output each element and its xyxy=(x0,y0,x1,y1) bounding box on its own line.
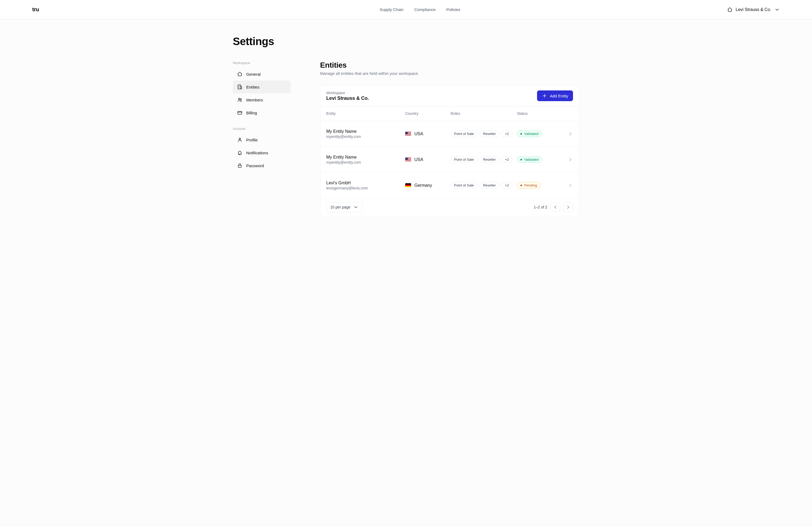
country-name: Germany xyxy=(414,183,432,188)
row-caret xyxy=(562,131,573,137)
table-row[interactable]: Levi's GmbHlevisgermany@levis.comGermany… xyxy=(320,172,579,198)
status-text: Validated xyxy=(524,132,538,136)
home-icon xyxy=(237,71,243,77)
building-icon xyxy=(237,84,243,90)
sidebar-item-profile[interactable]: Profile xyxy=(233,133,291,146)
top-nav: tru Supply Chain Compliance Policies Lev… xyxy=(0,0,812,19)
workspace-name: Levi Strauss & Co. xyxy=(326,95,369,101)
sidebar-item-general[interactable]: General xyxy=(233,67,291,80)
per-page-label: 10 per page xyxy=(330,205,350,209)
flag-icon xyxy=(405,157,411,162)
sidebar-item-label: Notifications xyxy=(246,151,268,155)
chevron-down-icon xyxy=(353,205,359,210)
roles-cell: Point of SaleReseller+2 xyxy=(451,182,514,189)
chevron-left-icon xyxy=(553,205,558,210)
sidebar-item-label: Entities xyxy=(246,85,259,89)
per-page-select[interactable]: 10 per page xyxy=(326,202,362,212)
lock-icon xyxy=(237,163,243,168)
home-icon xyxy=(727,7,733,12)
role-chip: Point of Sale xyxy=(451,156,477,163)
page-title: Settings xyxy=(233,35,579,47)
user-icon xyxy=(237,137,243,142)
pager: 1–2 of 2 xyxy=(534,202,573,212)
roles-cell: Point of SaleReseller+2 xyxy=(451,156,514,163)
entity-name: My Entity Name xyxy=(326,155,402,160)
entity-email: myentity@entity.com xyxy=(326,134,402,139)
flag-icon xyxy=(405,183,411,187)
side-section-workspace: Workspace xyxy=(233,61,291,65)
status-badge: Pending xyxy=(517,182,540,189)
status-text: Validated xyxy=(524,157,538,162)
org-name: Levi Strauss & Co. xyxy=(736,7,771,12)
status-badge: Validated xyxy=(517,156,542,163)
role-chip: Point of Sale xyxy=(451,182,477,189)
country-name: USA xyxy=(414,157,423,162)
status-dot-icon xyxy=(520,185,522,186)
add-entity-button[interactable]: Add Entity xyxy=(537,90,573,101)
chevron-right-icon xyxy=(568,183,573,188)
status-cell: Validated xyxy=(517,131,559,137)
bell-icon xyxy=(237,150,243,155)
sidebar-item-members[interactable]: Members xyxy=(233,93,291,106)
role-chip: Point of Sale xyxy=(451,131,477,137)
table-head: Entity Country Roles Status xyxy=(320,106,579,121)
status-cell: Validated xyxy=(517,156,559,163)
chevron-down-icon xyxy=(774,7,780,12)
add-entity-label: Add Entity xyxy=(550,94,568,98)
nav-compliance[interactable]: Compliance xyxy=(414,7,436,12)
sidebar-item-notifications[interactable]: Notifications xyxy=(233,146,291,159)
status-text: Pending xyxy=(524,183,537,187)
status-cell: Pending xyxy=(517,182,559,189)
sidebar-item-label: Billing xyxy=(246,110,257,115)
side-section-account: Account xyxy=(233,127,291,131)
nav-center: Supply Chain Compliance Policies xyxy=(113,7,727,12)
nav-policies[interactable]: Policies xyxy=(446,7,460,12)
chevron-right-icon xyxy=(568,131,573,137)
entity-email: levisgermany@levis.com xyxy=(326,186,402,190)
entities-card: Workspace Levi Strauss & Co. Add Entity … xyxy=(320,85,579,216)
chevron-right-icon xyxy=(566,205,571,210)
entity-name: My Entity Name xyxy=(326,129,402,134)
plus-icon xyxy=(542,93,547,99)
logo: tru xyxy=(32,6,113,13)
role-extra-chip: +2 xyxy=(501,182,512,189)
row-caret xyxy=(562,183,573,188)
next-page-button[interactable] xyxy=(563,202,573,212)
section-title: Entities xyxy=(320,61,579,70)
status-dot-icon xyxy=(520,159,522,161)
status-badge: Validated xyxy=(517,131,542,137)
table-row[interactable]: My Entity Namemyentity@entity.comUSAPoin… xyxy=(320,121,579,147)
country-name: USA xyxy=(414,132,423,136)
sidebar-item-label: General xyxy=(246,72,260,76)
flag-icon xyxy=(405,132,411,136)
users-icon xyxy=(237,97,243,103)
org-switcher[interactable]: Levi Strauss & Co. xyxy=(727,7,780,12)
page-range: 1–2 of 2 xyxy=(534,205,547,209)
sidebar-item-label: Members xyxy=(246,98,263,102)
sidebar-item-password[interactable]: Password xyxy=(233,159,291,172)
table-row[interactable]: My Entity Namemyentity@entity.comUSAPoin… xyxy=(320,147,579,172)
entity-email: myentity@entity.com xyxy=(326,160,402,165)
card-icon xyxy=(237,110,243,115)
prev-page-button[interactable] xyxy=(550,202,560,212)
section-subtitle: Manage all entities that are held within… xyxy=(320,71,579,76)
role-chip: Reseller xyxy=(480,131,499,137)
role-chip: Reseller xyxy=(480,182,499,189)
role-extra-chip: +2 xyxy=(501,131,512,137)
nav-supply-chain[interactable]: Supply Chain xyxy=(380,7,404,12)
country-cell: Germany xyxy=(405,183,447,188)
role-chip: Reseller xyxy=(480,156,499,163)
workspace-label: Workspace xyxy=(326,91,369,95)
status-dot-icon xyxy=(520,133,522,135)
entity-name: Levi's GmbH xyxy=(326,181,402,185)
role-extra-chip: +2 xyxy=(501,156,512,163)
country-cell: USA xyxy=(405,157,447,162)
sidebar-item-label: Password xyxy=(246,163,264,168)
sidebar-item-label: Profile xyxy=(246,138,258,142)
sidebar-item-billing[interactable]: Billing xyxy=(233,106,291,119)
chevron-right-icon xyxy=(568,157,573,162)
roles-cell: Point of SaleReseller+2 xyxy=(451,131,514,137)
col-roles: Roles xyxy=(451,111,514,116)
row-caret xyxy=(562,157,573,162)
sidebar-item-entities[interactable]: Entities xyxy=(233,80,291,93)
